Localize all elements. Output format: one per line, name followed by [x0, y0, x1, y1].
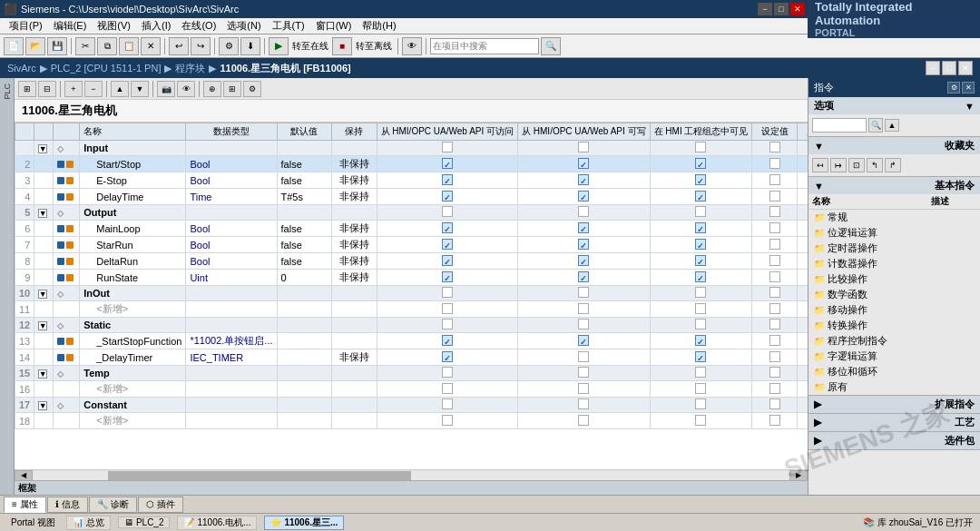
hmi3-cell[interactable] — [650, 172, 752, 189]
instr-item[interactable]: 📁程序控制指令 — [808, 333, 980, 349]
expand-cell[interactable] — [34, 349, 54, 366]
name-cell[interactable]: <新增> — [80, 301, 186, 318]
instr-item[interactable]: 📁比较操作 — [808, 271, 980, 287]
set-cell[interactable] — [752, 156, 798, 172]
default-cell[interactable] — [277, 318, 331, 333]
paste-btn[interactable]: 📋 — [119, 37, 139, 55]
online-btn[interactable]: ▶ — [269, 37, 289, 55]
hmi2-cell[interactable] — [518, 156, 651, 172]
default-cell[interactable] — [277, 301, 331, 318]
tab-diagnostics[interactable]: 🔧 诊断 — [89, 497, 137, 513]
mon-cell[interactable] — [798, 301, 808, 318]
hmi2-cell[interactable] — [518, 189, 651, 205]
expand-cell[interactable] — [34, 253, 54, 270]
expand-cell[interactable] — [34, 413, 54, 429]
expand-cell[interactable]: ▼ — [34, 318, 54, 333]
table-row[interactable]: 11 <新增> — [15, 301, 808, 318]
instr-item[interactable]: 📁原有 — [808, 379, 980, 395]
expand-icon[interactable]: ▼ — [38, 401, 47, 410]
mon-cell[interactable] — [798, 172, 808, 189]
scroll-thumb[interactable] — [108, 471, 411, 480]
default-cell[interactable] — [277, 205, 331, 221]
name-cell[interactable]: <新增> — [80, 381, 186, 398]
restore-btn[interactable]: □ — [774, 3, 789, 15]
instr-item[interactable]: 📁移位和循环 — [808, 364, 980, 379]
table-row[interactable]: 10 ▼ ◇ InOut — [15, 286, 808, 301]
set-cell[interactable] — [752, 398, 798, 413]
table-row[interactable]: 9 RunState Uint 0 非保持 — [15, 270, 808, 286]
type-cell[interactable] — [186, 301, 277, 318]
fb-settings[interactable]: ⚙ — [243, 81, 261, 97]
breadcrumb-sivarc[interactable]: SivArc — [7, 63, 36, 74]
type-cell[interactable]: *11002.单按钮启... — [186, 333, 277, 349]
expand-icon[interactable]: ▼ — [38, 369, 47, 379]
mon-cell[interactable] — [798, 286, 808, 301]
search-btn[interactable]: 🔍 — [541, 37, 561, 55]
default-cell[interactable]: false — [277, 172, 331, 189]
type-cell[interactable]: Bool — [186, 253, 277, 270]
hmi3-cell[interactable] — [650, 381, 752, 398]
monitor-btn[interactable]: 👁 — [402, 37, 422, 55]
expand-icon[interactable]: ▼ — [38, 144, 47, 153]
hmi1-cell[interactable] — [377, 413, 518, 429]
expand-cell[interactable] — [34, 189, 54, 205]
name-cell[interactable]: Start/Stop — [80, 156, 186, 172]
instr-item[interactable]: 📁常规 — [808, 210, 980, 225]
hmi2-cell[interactable] — [518, 205, 651, 221]
hmi1-cell[interactable] — [377, 270, 518, 286]
hmi3-cell[interactable] — [650, 156, 752, 172]
expand-toggle[interactable]: ▶ 扩展指令 — [808, 396, 980, 413]
menu-window[interactable]: 窗口(W) — [310, 18, 358, 34]
type-cell[interactable] — [186, 398, 277, 413]
mon-cell[interactable] — [798, 141, 808, 156]
default-cell[interactable]: T#5s — [277, 189, 331, 205]
menu-online[interactable]: 在线(O) — [176, 18, 221, 34]
options-search[interactable] — [812, 118, 867, 133]
expand-cell[interactable] — [34, 237, 54, 253]
set-cell[interactable] — [752, 286, 798, 301]
expand-cell[interactable]: ▼ — [34, 205, 54, 221]
hmi1-cell[interactable] — [377, 189, 518, 205]
name-cell[interactable]: Temp — [80, 366, 186, 381]
hmi1-cell[interactable] — [377, 141, 518, 156]
search-input[interactable] — [430, 38, 539, 54]
fb-collapse-all[interactable]: ⊟ — [38, 81, 56, 97]
hmi1-cell[interactable] — [377, 301, 518, 318]
set-cell[interactable] — [752, 172, 798, 189]
expand-cell[interactable] — [34, 156, 54, 172]
fb-expand-all[interactable]: ⊞ — [18, 81, 36, 97]
hmi3-cell[interactable] — [650, 349, 752, 366]
hmi2-cell[interactable] — [518, 237, 651, 253]
copy-btn[interactable]: ⧉ — [97, 37, 117, 55]
minimize-btn[interactable]: − — [758, 3, 772, 15]
hmi3-cell[interactable] — [650, 253, 752, 270]
table-row[interactable]: 5 ▼ ◇ Output — [15, 205, 808, 221]
name-cell[interactable]: MainLoop — [80, 221, 186, 237]
table-row[interactable]: 7 StarRun Bool false 非保持 — [15, 237, 808, 253]
name-cell[interactable]: InOut — [80, 286, 186, 301]
hmi1-cell[interactable] — [377, 333, 518, 349]
breadcrumb-close[interactable]: ✕ — [958, 61, 973, 75]
plc-btn[interactable]: 🖥 PLC_2 — [118, 516, 171, 528]
table-row[interactable]: 14 _DelayTimer IEC_TIMER 非保持 — [15, 349, 808, 366]
tab-properties[interactable]: ≡ 属性 — [4, 497, 46, 513]
hmi3-cell[interactable] — [650, 221, 752, 237]
fb-down[interactable]: ▼ — [131, 81, 149, 97]
name-cell[interactable]: StarRun — [80, 237, 186, 253]
scroll-right-btn[interactable]: ▶ — [789, 470, 808, 481]
hmi2-cell[interactable] — [518, 333, 651, 349]
hmi2-cell[interactable] — [518, 366, 651, 381]
undo-btn[interactable]: ↩ — [169, 37, 189, 55]
offline-btn[interactable]: ■ — [332, 37, 352, 55]
name-cell[interactable]: _DelayTimer — [80, 349, 186, 366]
name-cell[interactable]: Constant — [80, 398, 186, 413]
hmi2-cell[interactable] — [518, 413, 651, 429]
open-btn[interactable]: 📂 — [25, 37, 45, 55]
type-cell[interactable] — [186, 141, 277, 156]
expand-cell[interactable] — [34, 172, 54, 189]
default-cell[interactable] — [277, 349, 331, 366]
block-table-container[interactable]: 名称 数据类型 默认值 保持 从 HMI/OPC UA/Web API 可访问 … — [15, 123, 808, 469]
expand-cell[interactable] — [34, 333, 54, 349]
instr-item[interactable]: 📁计数器操作 — [808, 256, 980, 271]
default-cell[interactable]: false — [277, 237, 331, 253]
